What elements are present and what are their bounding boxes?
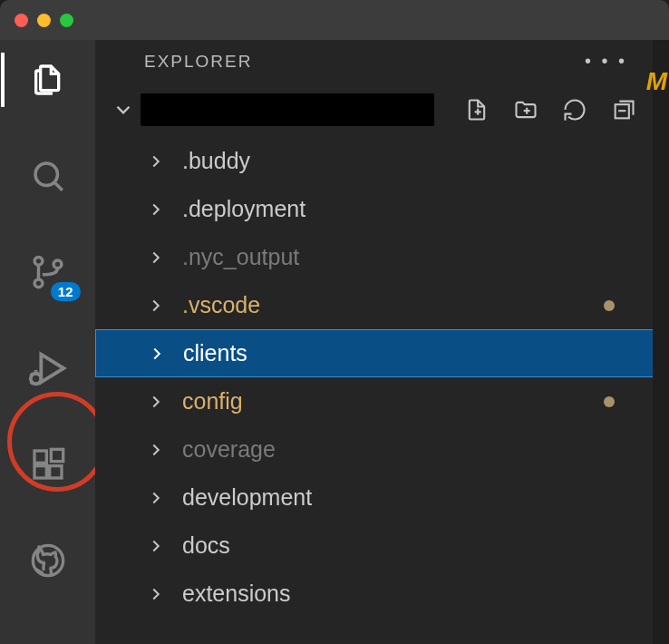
tree-folder-row[interactable]: .buddy: [95, 137, 669, 185]
tree-folder-row[interactable]: clients: [95, 329, 669, 377]
tree-folder-label: docs: [182, 532, 230, 559]
chevron-right-icon: [146, 536, 166, 556]
explorer-title: EXPLORER: [144, 52, 252, 72]
tree-folder-label: development: [182, 484, 312, 511]
chevron-right-icon: [146, 488, 166, 508]
run-debug-activity-icon[interactable]: [26, 346, 70, 390]
tree-folder-label: .vscode: [182, 292, 260, 318]
tree-folder-row[interactable]: .vscode: [95, 281, 669, 329]
editor-peek: M: [653, 40, 669, 644]
tree-folder-row[interactable]: docs: [95, 522, 669, 570]
svg-rect-8: [51, 449, 63, 461]
tree-folder-label: config: [182, 388, 243, 415]
play-bug-icon: [27, 347, 69, 389]
tree-folder-label: .deployment: [182, 196, 305, 222]
files-icon: [30, 62, 66, 98]
collapse-all-icon[interactable]: [611, 97, 636, 122]
workspace-name-redacted: [141, 93, 434, 126]
new-file-icon[interactable]: [464, 97, 490, 122]
github-activity-icon[interactable]: [26, 539, 70, 582]
chevron-right-icon: [146, 584, 166, 604]
refresh-icon[interactable]: [562, 97, 587, 122]
new-folder-icon[interactable]: [513, 97, 538, 122]
chevron-right-icon: [146, 151, 166, 171]
search-icon: [29, 157, 67, 195]
github-icon: [30, 542, 66, 579]
modified-indicator-icon: [604, 300, 615, 311]
chevron-down-icon: [112, 98, 135, 122]
tree-folder-label: .nyc_output: [182, 244, 299, 270]
activity-bar: 12: [0, 40, 95, 644]
explorer-activity-icon[interactable]: [26, 58, 70, 102]
tree-folder-label: extensions: [182, 581, 291, 607]
tree-folder-row[interactable]: config: [95, 377, 669, 425]
chevron-right-icon: [146, 248, 166, 268]
tree-folder-label: clients: [183, 340, 247, 366]
tree-folder-label: .buddy: [182, 148, 250, 174]
traffic-light-zoom-icon[interactable]: [60, 14, 73, 27]
tree-folder-row[interactable]: extensions: [95, 570, 669, 618]
tree-folder-row[interactable]: .nyc_output: [95, 233, 669, 281]
tree-folder-row[interactable]: coverage: [95, 425, 669, 473]
window-titlebar: [0, 0, 669, 40]
svg-rect-7: [49, 466, 61, 478]
svg-point-1: [34, 257, 43, 265]
search-activity-icon[interactable]: [26, 154, 70, 198]
tree-folder-label: coverage: [182, 436, 276, 463]
traffic-light-close-icon[interactable]: [15, 14, 28, 27]
svg-point-2: [34, 279, 43, 288]
chevron-right-icon: [146, 200, 166, 220]
extensions-activity-icon[interactable]: [26, 443, 70, 486]
workspace-actions: [464, 97, 636, 122]
editor-content-fragment: M: [646, 67, 667, 96]
svg-point-3: [53, 260, 62, 268]
explorer-more-icon[interactable]: • • •: [585, 51, 627, 72]
scm-badge: 12: [51, 282, 81, 301]
svg-point-0: [35, 163, 58, 186]
chevron-right-icon: [146, 392, 166, 412]
chevron-right-icon: [147, 344, 167, 364]
traffic-light-minimize-icon[interactable]: [37, 14, 51, 27]
tree-folder-row[interactable]: .deployment: [95, 185, 669, 233]
file-tree: .buddy.deployment.nyc_output.vscodeclien…: [95, 137, 669, 618]
extensions-icon: [30, 446, 66, 483]
svg-rect-6: [34, 466, 46, 478]
tree-folder-row[interactable]: development: [95, 473, 669, 522]
svg-rect-5: [34, 451, 46, 463]
workbench: 12 M EXPLORE: [0, 40, 669, 644]
explorer-panel-header: EXPLORER • • •: [95, 40, 669, 83]
workspace-header[interactable]: [95, 83, 669, 137]
explorer-sidebar: M EXPLORER • • • .buddy.deployment.nyc_o…: [95, 40, 669, 644]
modified-indicator-icon: [604, 396, 615, 407]
source-control-activity-icon[interactable]: 12: [26, 250, 70, 294]
chevron-right-icon: [146, 296, 166, 316]
chevron-right-icon: [146, 440, 166, 460]
